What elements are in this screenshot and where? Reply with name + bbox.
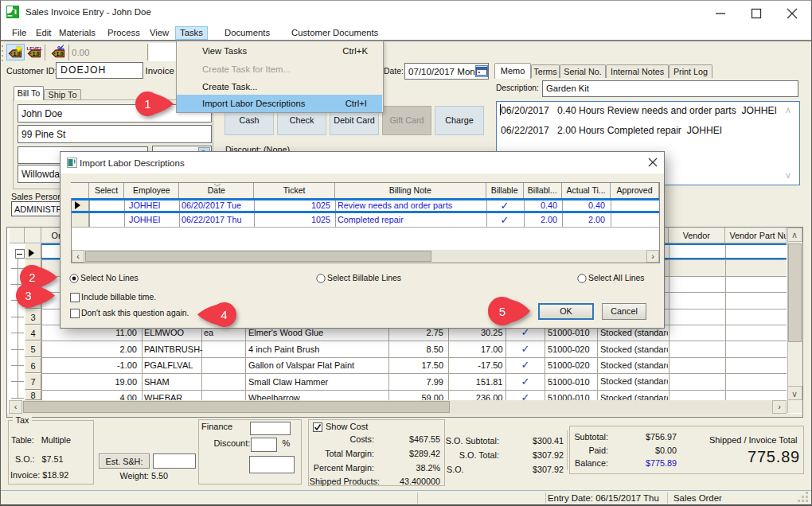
svg-text:2: 2 [29, 271, 35, 284]
svg-text:1.0: 1.0 [14, 51, 21, 56]
svg-text:4: 4 [221, 308, 227, 321]
svg-text:3: 3 [25, 289, 31, 302]
svg-text:1.0: 1.0 [32, 51, 39, 56]
svg-text:1.0: 1.0 [57, 51, 64, 56]
svg-text:5: 5 [499, 305, 506, 318]
svg-text:1: 1 [144, 97, 150, 111]
